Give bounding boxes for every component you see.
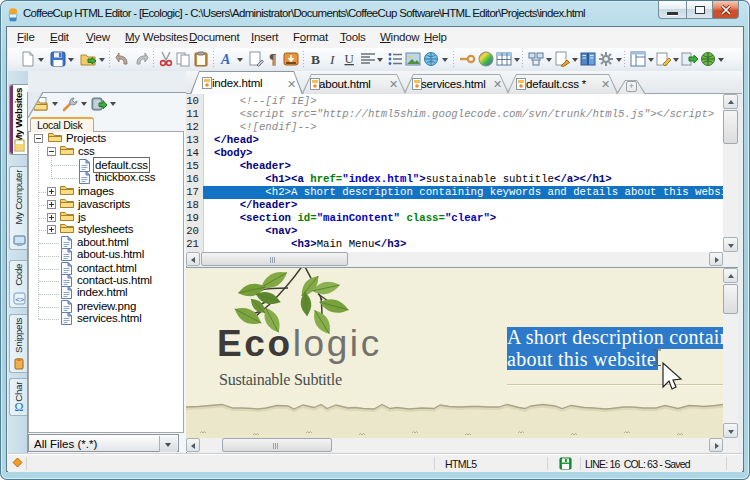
svg-text:Ω: Ω [15, 400, 24, 413]
svg-text:U: U [345, 51, 355, 66]
svg-text:I: I [329, 52, 336, 67]
svg-text:¶: ¶ [269, 52, 277, 67]
svg-text:A: A [220, 52, 230, 67]
svg-text:B: B [311, 52, 320, 67]
svg-text:<>: <> [15, 295, 25, 304]
